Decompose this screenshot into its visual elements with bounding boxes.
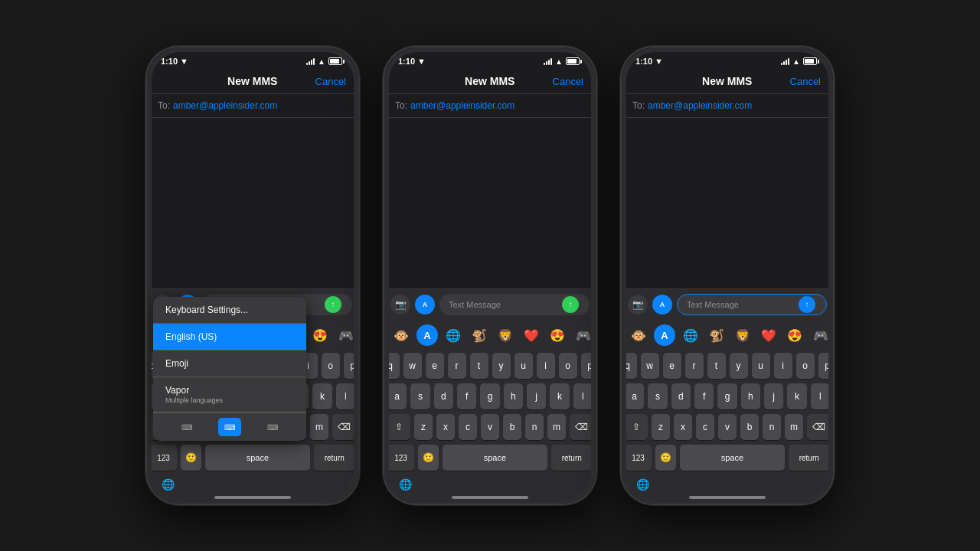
key-r-2[interactable]: r: [448, 353, 466, 379]
key-num-1[interactable]: 123: [150, 445, 177, 471]
ks-vapor-1[interactable]: Vapor Multiple languages: [153, 377, 306, 412]
key-n-2[interactable]: n: [525, 414, 544, 440]
key-m-2[interactable]: m: [547, 414, 566, 440]
key-u-3[interactable]: u: [752, 353, 770, 379]
send-button-3[interactable]: ↑: [799, 296, 815, 313]
key-delete-1[interactable]: ⌫: [332, 414, 355, 440]
key-e-2[interactable]: e: [426, 353, 444, 379]
emoji-extra-3[interactable]: 🎮: [810, 324, 831, 346]
send-button-1[interactable]: ↑: [325, 296, 341, 313]
key-m-3[interactable]: m: [785, 414, 803, 440]
key-num-3[interactable]: 123: [625, 445, 652, 471]
key-f-2[interactable]: f: [457, 383, 476, 409]
key-g-2[interactable]: g: [480, 383, 499, 409]
emoji-6-3[interactable]: ❤️: [758, 324, 779, 346]
cancel-button-3[interactable]: Cancel: [790, 76, 821, 87]
ks-emoji-1[interactable]: Emoji: [153, 350, 306, 377]
message-input-2[interactable]: Text Message ↑: [439, 294, 590, 315]
key-c-3[interactable]: c: [696, 414, 714, 440]
key-k-3[interactable]: k: [787, 383, 806, 409]
key-i-3[interactable]: i: [774, 353, 792, 379]
emoji-7-2[interactable]: 😍: [547, 324, 568, 346]
emoji-7-3[interactable]: 😍: [784, 324, 805, 346]
key-return-3[interactable]: return: [789, 445, 831, 471]
emoji-4-3[interactable]: 🐒: [706, 324, 727, 346]
emoji-3-2[interactable]: 🌐: [443, 324, 464, 346]
key-space-3[interactable]: space: [680, 445, 784, 471]
key-n-3[interactable]: n: [763, 414, 781, 440]
cancel-button-2[interactable]: Cancel: [553, 76, 583, 87]
key-h-3[interactable]: h: [741, 383, 760, 409]
key-s-2[interactable]: s: [410, 383, 430, 409]
key-g-3[interactable]: g: [717, 383, 737, 409]
key-v-3[interactable]: v: [718, 414, 737, 440]
ks-type-split-1[interactable]: ⌨: [261, 418, 284, 436]
key-i-2[interactable]: i: [537, 353, 555, 379]
chevron-left-2[interactable]: ‹: [386, 381, 390, 397]
key-y-2[interactable]: y: [492, 353, 511, 379]
emoji-5-3[interactable]: 🦁: [732, 324, 753, 346]
key-k-2[interactable]: k: [550, 383, 569, 409]
emoji-6-2[interactable]: ❤️: [521, 324, 542, 346]
key-x-2[interactable]: x: [436, 414, 455, 440]
emoji-1-3[interactable]: 🐵: [628, 324, 649, 346]
key-f-3[interactable]: f: [694, 383, 714, 409]
appstore-button-3[interactable]: A: [652, 295, 672, 315]
key-s-3[interactable]: s: [648, 383, 667, 409]
camera-button-2[interactable]: 📷: [390, 295, 410, 315]
key-shift-2[interactable]: ⇧: [387, 414, 410, 440]
globe-button-1[interactable]: 🌐: [159, 476, 176, 493]
key-w-3[interactable]: w: [641, 353, 659, 379]
globe-button-2[interactable]: 🌐: [397, 476, 413, 493]
key-z-2[interactable]: z: [414, 414, 433, 440]
key-x-3[interactable]: x: [674, 414, 692, 440]
emoji-more-1[interactable]: 😍: [309, 324, 331, 346]
send-button-2[interactable]: ↑: [562, 296, 579, 313]
key-t-3[interactable]: t: [707, 353, 726, 379]
emoji-1-2[interactable]: 🐵: [390, 324, 412, 346]
ks-english-1[interactable]: English (US): [153, 324, 306, 350]
emoji-2-2[interactable]: A: [416, 324, 438, 346]
emoji-extra-2[interactable]: 🎮: [573, 324, 594, 346]
globe-button-3[interactable]: 🌐: [634, 476, 651, 493]
ks-type-default-1[interactable]: ⌨: [218, 418, 241, 436]
emoji-5-2[interactable]: 🦁: [495, 324, 516, 346]
key-o-2[interactable]: o: [559, 353, 577, 379]
ks-settings-1[interactable]: Keyboard Settings...: [153, 297, 306, 324]
cancel-button-1[interactable]: Cancel: [315, 76, 346, 87]
chevron-right-3[interactable]: ›: [827, 381, 831, 397]
key-u-2[interactable]: u: [514, 353, 533, 379]
ks-type-compact-1[interactable]: ⌨: [175, 418, 198, 436]
key-h-2[interactable]: h: [504, 383, 523, 409]
key-p-3[interactable]: p: [818, 353, 834, 379]
key-delete-2[interactable]: ⌫: [570, 414, 593, 440]
key-j-2[interactable]: j: [527, 383, 546, 409]
key-r-3[interactable]: r: [685, 353, 704, 379]
emoji-extra-1[interactable]: 🎮: [335, 324, 357, 346]
key-w-2[interactable]: w: [403, 353, 422, 379]
key-d-3[interactable]: d: [671, 383, 691, 409]
chevron-right-2[interactable]: ›: [590, 381, 594, 397]
message-input-3[interactable]: Text Message ↑: [677, 294, 827, 315]
key-shift-3[interactable]: ⇧: [625, 414, 648, 440]
key-o-3[interactable]: o: [796, 353, 815, 379]
key-q-3[interactable]: q: [622, 353, 637, 379]
key-e-3[interactable]: e: [663, 353, 681, 379]
emoji-3-3[interactable]: 🌐: [680, 324, 701, 346]
key-z-3[interactable]: z: [652, 414, 670, 440]
emoji-2-3[interactable]: A: [654, 324, 675, 346]
key-t-2[interactable]: t: [470, 353, 488, 379]
camera-button-3[interactable]: 📷: [628, 295, 648, 315]
key-o-1[interactable]: o: [322, 353, 340, 379]
key-p-1[interactable]: p: [344, 353, 359, 379]
key-v-2[interactable]: v: [481, 414, 499, 440]
key-num-2[interactable]: 123: [387, 445, 414, 471]
key-space-2[interactable]: space: [443, 445, 547, 471]
key-b-2[interactable]: b: [503, 414, 521, 440]
key-a-3[interactable]: a: [625, 383, 644, 409]
key-emoji-1[interactable]: 🙂: [181, 445, 201, 471]
key-space-1[interactable]: space: [205, 445, 309, 471]
key-k-1[interactable]: k: [312, 383, 332, 409]
key-delete-3[interactable]: ⌫: [807, 414, 830, 440]
appstore-button-2[interactable]: A: [415, 295, 435, 315]
